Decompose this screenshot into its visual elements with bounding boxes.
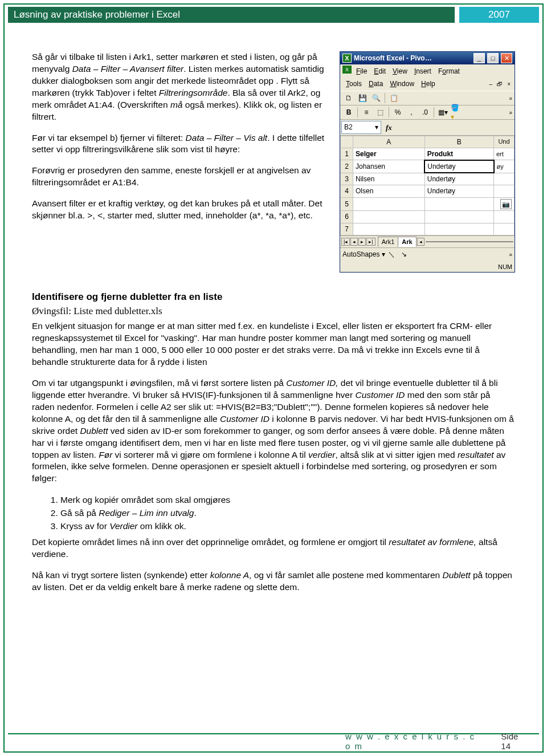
cell-b2[interactable]: Undertøy — [424, 160, 493, 173]
formula-overflow-2: ert — [494, 148, 515, 160]
cell-a6[interactable] — [353, 211, 425, 223]
row-header-7[interactable]: 7 — [341, 223, 353, 235]
paragraph-3: Forøvrig er prosedyren den samme, eneste… — [32, 165, 329, 189]
excel-drawing-toolbar: AutoAutoShapesShapes ▾ ＼ ↘ » — [340, 247, 515, 262]
doc-close-icon[interactable]: × — [505, 80, 512, 88]
percent-icon[interactable]: % — [391, 107, 404, 118]
list-item-1: Merk og kopiér området som skal omgjøres — [60, 494, 515, 507]
select-all-corner[interactable] — [341, 136, 353, 148]
paste-icon[interactable]: 📋 — [387, 92, 400, 104]
align-center-icon[interactable]: ≡ — [360, 107, 373, 118]
menu-help[interactable]: Help — [418, 78, 439, 90]
fill-color-icon[interactable]: 🪣▾ — [450, 107, 463, 118]
excel-app-icon: X — [342, 54, 352, 63]
row-header-1[interactable]: 1 — [341, 148, 353, 160]
excel-formula-bar: B2▾ fx — [340, 120, 515, 135]
menu-tools[interactable]: Tools — [342, 78, 365, 90]
minimize-button[interactable]: _ — [473, 53, 485, 63]
toolbar-overflow-icon[interactable]: » — [509, 95, 512, 103]
menu-edit[interactable]: Edit — [370, 66, 389, 77]
comma-icon[interactable]: , — [405, 107, 418, 118]
cell-b1[interactable]: Produkt — [424, 148, 493, 160]
merge-icon[interactable]: ⬚ — [374, 107, 386, 118]
col-header-b[interactable]: B — [424, 136, 493, 148]
save-icon[interactable]: 💾 — [356, 92, 369, 104]
paragraph-2: Før vi tar eksempel b) fjerner vi filter… — [32, 132, 329, 156]
hscroll-left-icon[interactable]: ◂ — [417, 238, 424, 246]
maximize-button[interactable]: □ — [487, 53, 499, 63]
excel-statusbar: NUM — [340, 262, 515, 273]
chevron-down-icon[interactable]: ▾ — [375, 123, 378, 132]
cell-b3[interactable]: Undertøy — [424, 173, 493, 185]
paragraph-6: Om vi tar utgangspunkt i øvingsfilen, må… — [32, 377, 515, 485]
toolbar2-overflow-icon[interactable]: » — [509, 109, 512, 117]
page-footer: w w w . e x c e l k u r s . c o m Side 1… — [8, 733, 539, 748]
camera-icon[interactable]: 📷 — [500, 199, 512, 210]
list-item-3: Kryss av for Verdier om klikk ok. — [60, 520, 515, 533]
formula-overflow-1: Und — [494, 136, 515, 148]
menu-insert[interactable]: Insert — [411, 66, 435, 77]
fx-icon[interactable]: fx — [382, 123, 395, 133]
tab-prev-icon[interactable]: ◂ — [350, 238, 358, 246]
cell-b7[interactable] — [424, 223, 493, 235]
col-header-a[interactable]: A — [353, 136, 425, 148]
sheet-tab-ark1[interactable]: Ark1 — [378, 237, 399, 247]
tab-last-icon[interactable]: ▸| — [366, 238, 375, 246]
name-box[interactable]: B2▾ — [341, 121, 381, 133]
excel-toolbar-standard: 🗋 💾 🔍 📋 » — [340, 91, 515, 105]
autoshapes-menu[interactable]: AutoAutoShapesShapes ▾ — [342, 250, 385, 259]
page-header: Løsning av praktiske problemer i Excel 2… — [8, 7, 539, 23]
menu-window[interactable]: Window — [386, 78, 418, 90]
header-title: Løsning av praktiske problemer i Excel — [8, 7, 455, 23]
tab-next-icon[interactable]: ▸ — [358, 238, 366, 246]
cell-a2[interactable]: Johansen — [353, 160, 425, 173]
menu-file[interactable]: FFileile — [353, 66, 370, 77]
paragraph-1: Så går vi tilbake til listen i Ark1, set… — [32, 51, 329, 123]
print-preview-icon[interactable]: 🔍 — [370, 92, 382, 104]
menu-data[interactable]: Data — [365, 78, 386, 90]
row-header-3[interactable]: 3 — [341, 173, 353, 185]
tab-first-icon[interactable]: |◂ — [341, 238, 350, 246]
arrow-icon[interactable]: ↘ — [398, 249, 410, 261]
cell-a5[interactable] — [353, 197, 425, 211]
cell-b6[interactable] — [424, 211, 493, 223]
excel-menubar: X FFileile Edit View Insert Format — [340, 64, 515, 78]
hscroll-track[interactable] — [426, 241, 513, 242]
tab-nav: |◂ ◂ ▸ ▸| — [341, 238, 375, 246]
excel-toolbar-formatting: B ≡ ⬚ % , .0 ▦▾ 🪣▾ » — [340, 105, 515, 120]
paragraph-8: Nå kan vi trygt sortere listen (synkende… — [32, 570, 515, 594]
line-icon[interactable]: ＼ — [385, 249, 398, 261]
row-header-4[interactable]: 4 — [341, 185, 353, 197]
cell-a3[interactable]: Nilsen — [353, 173, 425, 185]
doc-minimize-icon[interactable]: – — [488, 80, 495, 88]
doc-restore-icon[interactable]: 🗗 — [495, 80, 504, 88]
formula-overflow-3: øy — [494, 160, 515, 173]
cell-b5[interactable] — [424, 197, 493, 211]
status-num: NUM — [498, 263, 512, 271]
menu-view[interactable]: View — [389, 66, 411, 77]
menu-format[interactable]: Format — [435, 66, 463, 77]
cell-a4[interactable]: Olsen — [353, 185, 425, 197]
increase-decimal-icon[interactable]: .0 — [419, 107, 431, 118]
excel-titlebar: X Microsoft Excel - Pivo… _ □ ✕ — [340, 52, 515, 64]
page-content: Så går vi tilbake til listen i Ark1, set… — [32, 51, 515, 603]
bold-icon[interactable]: B — [342, 107, 355, 118]
cell-b4[interactable]: Undertøy — [424, 185, 493, 197]
cell-a1[interactable]: Selger — [353, 148, 425, 160]
excel-grid: A B Und 1 Selger Produkt ert 2 Johan — [340, 136, 515, 235]
row-header-2[interactable]: 2 — [341, 160, 353, 173]
sheet-tab-ark2[interactable]: Ark — [398, 237, 416, 247]
borders-icon[interactable]: ▦▾ — [436, 107, 449, 118]
cell-a7[interactable] — [353, 223, 425, 235]
excel-doc-icon: X — [342, 66, 352, 74]
list-item-2: Gå så på Rediger – Lim inn utvalg. — [60, 507, 515, 520]
paragraph-5: En velkjent situasjon for mange er at ma… — [32, 320, 515, 368]
close-button[interactable]: ✕ — [501, 53, 512, 63]
row-header-6[interactable]: 6 — [341, 211, 353, 223]
formula-value — [395, 126, 515, 128]
section-title: Identifisere og fjerne dubletter fra en … — [32, 291, 515, 304]
new-icon[interactable]: 🗋 — [342, 92, 355, 104]
drawing-overflow-icon[interactable]: » — [509, 251, 512, 259]
header-year: 2007 — [459, 7, 539, 23]
row-header-5[interactable]: 5 — [341, 197, 353, 211]
